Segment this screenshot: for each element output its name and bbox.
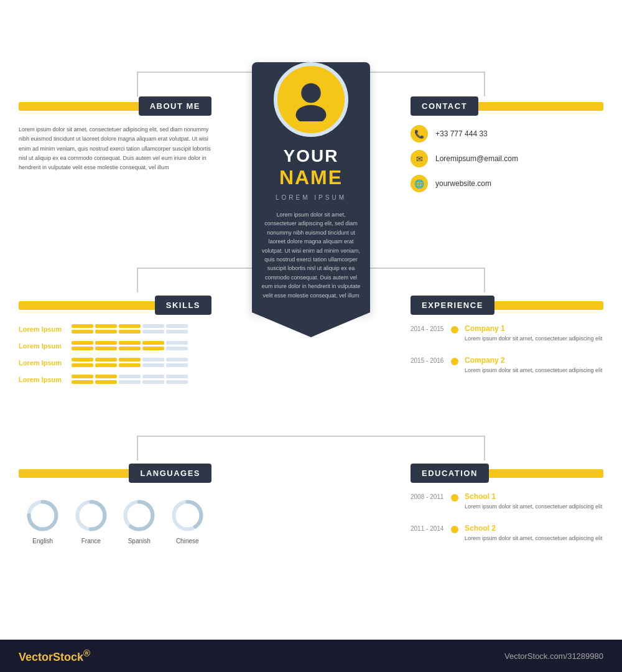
language-item: English: [26, 498, 60, 544]
language-item: Chinese: [170, 498, 205, 544]
skill-bar-empty: [166, 341, 188, 345]
skill-bar-filled: [142, 341, 164, 345]
ribbon-tail: [252, 312, 370, 337]
experience-title: EXPERIENCE: [411, 296, 494, 315]
main-content: YOUR NAME LOREM IPSUM Lorem ipsum dolor …: [0, 0, 622, 640]
skill-bar-empty: [142, 380, 164, 384]
skill-bar-empty: [142, 375, 164, 378]
contact-title: CONTACT: [411, 96, 478, 116]
skill-bar-filled: [119, 324, 141, 328]
center-ribbon: YOUR NAME LOREM IPSUM Lorem ipsum dolor …: [252, 62, 370, 337]
skill-bar-empty: [166, 363, 188, 367]
skill-bar-empty: [142, 324, 164, 328]
contact-bar-right: [478, 102, 603, 111]
company-name: Company 1: [465, 324, 603, 333]
language-name: France: [81, 538, 101, 544]
skills-title: SKILLS: [155, 296, 211, 315]
education-bar-right: [489, 469, 603, 478]
skill-bar-filled: [95, 375, 117, 378]
experience-item: 2014 - 2015 Company 1 Lorem ipsum dolor …: [411, 324, 603, 343]
ribbon-your: YOUR: [284, 146, 339, 166]
top-connector-right-vert: [484, 72, 485, 96]
language-item: France: [74, 498, 108, 544]
bot-connector-left-horiz: [137, 436, 311, 437]
language-chart: [122, 498, 156, 533]
experience-desc: Lorem ipsum dolor sit amet, consectetuer…: [465, 366, 603, 375]
skill-item: Lorem Ipsum: [19, 375, 211, 384]
skill-item: Lorem Ipsum: [19, 358, 211, 367]
about-text: Lorem ipsum dolor sit amet, consectetuer…: [19, 125, 211, 172]
contact-section: CONTACT 📞 +33 777 444 33 ✉ Loremipsum@em…: [411, 96, 603, 200]
skill-bar-filled: [72, 324, 93, 328]
language-name: English: [32, 538, 53, 544]
skill-bar-filled: [95, 324, 117, 328]
education-desc: Lorem ipsum dolor sit amet, consectetuer…: [465, 534, 603, 543]
contact-email-item: ✉ Loremipsum@email.com: [411, 150, 603, 167]
languages-header: LANGUAGES: [19, 464, 211, 483]
bot-connector-right-vert: [484, 436, 485, 460]
skill-bar-empty: [142, 363, 164, 367]
skill-bar-filled: [72, 330, 93, 334]
education-item: 2011 - 2014 School 2 Lorem ipsum dolor s…: [411, 524, 603, 543]
skill-bar-empty: [119, 380, 141, 384]
experience-header: EXPERIENCE: [411, 296, 603, 315]
svg-point-1: [296, 105, 327, 121]
experience-years: 2015 - 2016: [411, 356, 451, 375]
experience-item: 2015 - 2016 Company 2 Lorem ipsum dolor …: [411, 356, 603, 375]
education-content: School 1 Lorem ipsum dolor sit amet, con…: [465, 492, 603, 511]
avatar: [274, 62, 348, 137]
experience-content: Company 2 Lorem ipsum dolor sit amet, co…: [465, 356, 603, 375]
education-header: EDUCATION: [411, 464, 603, 483]
education-section: EDUCATION 2008 - 2011 School 1 Lorem ips…: [411, 464, 603, 555]
education-item: 2008 - 2011 School 1 Lorem ipsum dolor s…: [411, 492, 603, 511]
skill-bar-empty: [119, 375, 141, 378]
timeline-dot: [451, 526, 458, 533]
languages-title: LANGUAGES: [129, 464, 211, 483]
skill-bar-filled: [95, 380, 117, 384]
skill-label: Lorem Ipsum: [19, 342, 72, 350]
skill-bar-filled: [142, 347, 164, 350]
skill-bar-empty: [166, 330, 188, 334]
mid-connector-left-vert: [137, 268, 138, 292]
language-item: Spanish: [122, 498, 156, 544]
skill-label: Lorem Ipsum: [19, 359, 72, 366]
skill-bar-filled: [119, 330, 141, 334]
skill-bar-filled: [72, 358, 93, 362]
top-connector-left-vert: [137, 72, 138, 96]
company-name: Company 2: [465, 356, 603, 365]
languages-bar-left: [19, 469, 129, 478]
experience-years: 2014 - 2015: [411, 324, 451, 343]
mid-connector-right-vert: [484, 268, 485, 292]
bot-connector-left-vert: [137, 436, 138, 460]
contact-website-item: 🌐 yourwebsite.com: [411, 175, 603, 192]
about-header: ABOUT ME: [19, 96, 211, 116]
skill-bar-filled: [72, 363, 93, 367]
skill-bar-filled: [72, 347, 93, 350]
watermark-bar: VectorStock® VectorStock.com/31289980: [0, 640, 622, 672]
web-icon: 🌐: [411, 175, 428, 192]
language-chart: [74, 498, 108, 533]
school-name: School 2: [465, 524, 603, 533]
skill-bar-filled: [119, 358, 141, 362]
school-name: School 1: [465, 492, 603, 501]
skill-bar-filled: [95, 341, 117, 345]
skills-section: SKILLS Lorem IpsumLorem IpsumLorem Ipsum…: [19, 296, 211, 391]
ribbon-subtitle: LOREM IPSUM: [276, 194, 346, 201]
contact-phone: +33 777 444 33: [435, 129, 488, 138]
experience-desc: Lorem ipsum dolor sit amet, consectetuer…: [465, 335, 603, 343]
experience-bar-right: [494, 301, 603, 310]
skill-bar-filled: [72, 375, 93, 378]
education-years: 2008 - 2011: [411, 492, 451, 511]
avatar-icon: [289, 78, 333, 121]
language-circle: [122, 498, 156, 533]
language-circle: [26, 498, 60, 533]
language-circle: [170, 498, 205, 533]
language-circle: [74, 498, 108, 533]
timeline-dot: [451, 358, 458, 365]
contact-website: yourwebsite.com: [435, 179, 491, 188]
skill-bar-empty: [166, 380, 188, 384]
contact-phone-item: 📞 +33 777 444 33: [411, 125, 603, 142]
education-list: 2008 - 2011 School 1 Lorem ipsum dolor s…: [411, 492, 603, 543]
languages-list: English France Spanish: [19, 492, 211, 544]
timeline-dot: [451, 326, 458, 334]
